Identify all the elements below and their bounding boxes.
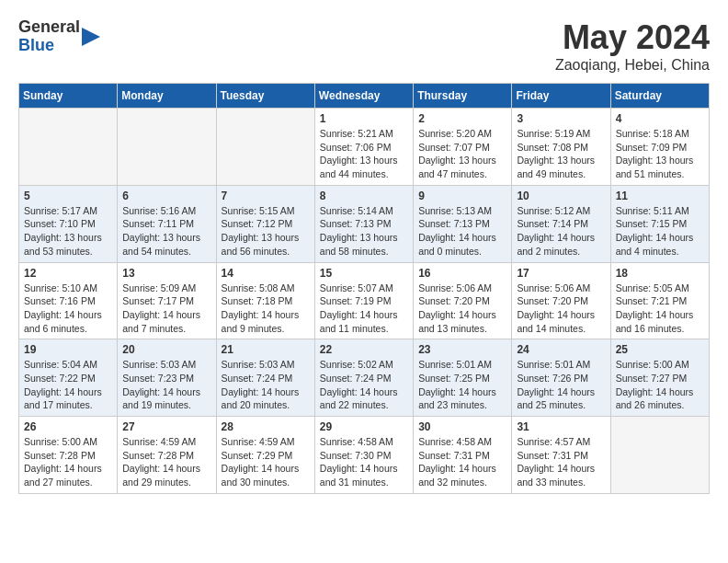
day-number: 18 xyxy=(616,267,704,280)
day-info: Sunrise: 4:58 AM Sunset: 7:31 PM Dayligh… xyxy=(418,435,506,489)
calendar-day-cell: 27Sunrise: 4:59 AM Sunset: 7:28 PM Dayli… xyxy=(118,417,216,494)
logo: General Blue xyxy=(18,18,100,55)
day-info: Sunrise: 5:18 AM Sunset: 7:09 PM Dayligh… xyxy=(616,127,704,181)
day-info: Sunrise: 4:58 AM Sunset: 7:30 PM Dayligh… xyxy=(320,435,408,489)
calendar-day-cell: 20Sunrise: 5:03 AM Sunset: 7:23 PM Dayli… xyxy=(118,339,216,417)
day-number: 5 xyxy=(24,190,112,202)
day-info: Sunrise: 5:11 AM Sunset: 7:15 PM Dayligh… xyxy=(616,204,704,259)
calendar-week-row: 12Sunrise: 5:10 AM Sunset: 7:16 PM Dayli… xyxy=(19,262,710,339)
calendar-day-cell: 16Sunrise: 5:06 AM Sunset: 7:20 PM Dayli… xyxy=(414,262,512,339)
day-number: 10 xyxy=(517,190,605,202)
calendar-day-cell: 19Sunrise: 5:04 AM Sunset: 7:22 PM Dayli… xyxy=(19,339,118,417)
calendar-day-cell: 12Sunrise: 5:10 AM Sunset: 7:16 PM Dayli… xyxy=(19,262,118,339)
day-number: 19 xyxy=(24,343,112,356)
calendar-day-cell xyxy=(118,109,216,186)
calendar-day-cell: 6Sunrise: 5:16 AM Sunset: 7:11 PM Daylig… xyxy=(118,185,216,262)
day-number: 1 xyxy=(320,112,408,125)
calendar-day-cell: 13Sunrise: 5:09 AM Sunset: 7:17 PM Dayli… xyxy=(118,262,216,339)
day-number: 13 xyxy=(122,267,210,280)
calendar-week-row: 1Sunrise: 5:21 AM Sunset: 7:06 PM Daylig… xyxy=(19,109,710,186)
calendar-day-cell: 30Sunrise: 4:58 AM Sunset: 7:31 PM Dayli… xyxy=(414,417,512,494)
day-info: Sunrise: 5:12 AM Sunset: 7:14 PM Dayligh… xyxy=(517,204,605,259)
calendar-day-cell: 3Sunrise: 5:19 AM Sunset: 7:08 PM Daylig… xyxy=(512,109,610,186)
calendar-day-cell: 9Sunrise: 5:13 AM Sunset: 7:13 PM Daylig… xyxy=(414,185,512,262)
day-info: Sunrise: 5:10 AM Sunset: 7:16 PM Dayligh… xyxy=(24,282,112,336)
day-number: 15 xyxy=(320,267,408,280)
day-number: 31 xyxy=(517,420,605,433)
day-info: Sunrise: 5:00 AM Sunset: 7:28 PM Dayligh… xyxy=(24,435,112,489)
header-tuesday: Tuesday xyxy=(216,84,314,109)
calendar-day-cell: 31Sunrise: 4:57 AM Sunset: 7:31 PM Dayli… xyxy=(512,417,610,494)
header-monday: Monday xyxy=(118,84,216,109)
calendar-table: Sunday Monday Tuesday Wednesday Thursday… xyxy=(18,83,710,494)
day-info: Sunrise: 5:09 AM Sunset: 7:17 PM Dayligh… xyxy=(122,282,210,336)
calendar-day-cell: 4Sunrise: 5:18 AM Sunset: 7:09 PM Daylig… xyxy=(610,109,709,186)
header: General Blue May 2024 Zaoqiang, Hebei, C… xyxy=(18,18,710,74)
calendar-day-cell xyxy=(216,109,314,186)
calendar-day-cell: 21Sunrise: 5:03 AM Sunset: 7:24 PM Dayli… xyxy=(216,339,314,417)
day-info: Sunrise: 5:15 AM Sunset: 7:12 PM Dayligh… xyxy=(222,204,310,259)
header-friday: Friday xyxy=(512,84,610,109)
day-number: 16 xyxy=(418,267,506,280)
calendar-day-cell: 10Sunrise: 5:12 AM Sunset: 7:14 PM Dayli… xyxy=(512,185,610,262)
day-number: 4 xyxy=(616,112,704,125)
logo-general: General xyxy=(18,18,80,37)
title-section: May 2024 Zaoqiang, Hebei, China xyxy=(555,18,710,74)
day-number: 9 xyxy=(418,190,506,202)
calendar-day-cell: 17Sunrise: 5:06 AM Sunset: 7:20 PM Dayli… xyxy=(512,262,610,339)
day-info: Sunrise: 5:01 AM Sunset: 7:25 PM Dayligh… xyxy=(418,358,506,412)
calendar-day-cell: 24Sunrise: 5:01 AM Sunset: 7:26 PM Dayli… xyxy=(512,339,610,417)
day-number: 25 xyxy=(616,343,704,356)
calendar-day-cell: 5Sunrise: 5:17 AM Sunset: 7:10 PM Daylig… xyxy=(19,185,118,262)
header-wednesday: Wednesday xyxy=(314,84,413,109)
day-info: Sunrise: 5:03 AM Sunset: 7:24 PM Dayligh… xyxy=(222,358,310,412)
calendar-day-cell: 8Sunrise: 5:14 AM Sunset: 7:13 PM Daylig… xyxy=(314,185,413,262)
svg-marker-0 xyxy=(82,28,100,46)
calendar-day-cell: 2Sunrise: 5:20 AM Sunset: 7:07 PM Daylig… xyxy=(414,109,512,186)
month-year-title: May 2024 xyxy=(555,18,710,57)
calendar-day-cell: 14Sunrise: 5:08 AM Sunset: 7:18 PM Dayli… xyxy=(216,262,314,339)
day-info: Sunrise: 5:17 AM Sunset: 7:10 PM Dayligh… xyxy=(24,204,112,259)
calendar-day-cell: 28Sunrise: 4:59 AM Sunset: 7:29 PM Dayli… xyxy=(216,417,314,494)
day-number: 27 xyxy=(122,420,210,433)
calendar-day-cell xyxy=(19,109,118,186)
calendar-day-cell: 11Sunrise: 5:11 AM Sunset: 7:15 PM Dayli… xyxy=(610,185,709,262)
calendar-week-row: 5Sunrise: 5:17 AM Sunset: 7:10 PM Daylig… xyxy=(19,185,710,262)
day-number: 29 xyxy=(320,420,408,433)
calendar-week-row: 19Sunrise: 5:04 AM Sunset: 7:22 PM Dayli… xyxy=(19,339,710,417)
day-info: Sunrise: 5:07 AM Sunset: 7:19 PM Dayligh… xyxy=(320,282,408,336)
day-info: Sunrise: 4:57 AM Sunset: 7:31 PM Dayligh… xyxy=(517,435,605,489)
day-number: 14 xyxy=(222,267,310,280)
day-info: Sunrise: 4:59 AM Sunset: 7:28 PM Dayligh… xyxy=(122,435,210,489)
calendar-day-cell: 18Sunrise: 5:05 AM Sunset: 7:21 PM Dayli… xyxy=(610,262,709,339)
day-number: 24 xyxy=(517,343,605,356)
calendar-day-cell: 25Sunrise: 5:00 AM Sunset: 7:27 PM Dayli… xyxy=(610,339,709,417)
day-number: 3 xyxy=(517,112,605,125)
day-number: 2 xyxy=(418,112,506,125)
day-info: Sunrise: 5:16 AM Sunset: 7:11 PM Dayligh… xyxy=(122,204,210,259)
calendar-day-cell: 7Sunrise: 5:15 AM Sunset: 7:12 PM Daylig… xyxy=(216,185,314,262)
day-number: 20 xyxy=(122,343,210,356)
calendar-header-row: Sunday Monday Tuesday Wednesday Thursday… xyxy=(19,84,710,109)
day-number: 17 xyxy=(517,267,605,280)
day-number: 8 xyxy=(320,190,408,202)
calendar-week-row: 26Sunrise: 5:00 AM Sunset: 7:28 PM Dayli… xyxy=(19,417,710,494)
day-number: 6 xyxy=(122,190,210,202)
day-number: 23 xyxy=(418,343,506,356)
day-number: 26 xyxy=(24,420,112,433)
calendar-day-cell: 15Sunrise: 5:07 AM Sunset: 7:19 PM Dayli… xyxy=(314,262,413,339)
day-info: Sunrise: 5:14 AM Sunset: 7:13 PM Dayligh… xyxy=(320,204,408,259)
day-info: Sunrise: 4:59 AM Sunset: 7:29 PM Dayligh… xyxy=(222,435,310,489)
day-info: Sunrise: 5:00 AM Sunset: 7:27 PM Dayligh… xyxy=(616,358,704,412)
day-info: Sunrise: 5:01 AM Sunset: 7:26 PM Dayligh… xyxy=(517,358,605,412)
day-number: 30 xyxy=(418,420,506,433)
header-sunday: Sunday xyxy=(19,84,118,109)
day-info: Sunrise: 5:06 AM Sunset: 7:20 PM Dayligh… xyxy=(517,282,605,336)
calendar-day-cell xyxy=(610,417,709,494)
calendar-day-cell: 29Sunrise: 4:58 AM Sunset: 7:30 PM Dayli… xyxy=(314,417,413,494)
calendar-day-cell: 1Sunrise: 5:21 AM Sunset: 7:06 PM Daylig… xyxy=(314,109,413,186)
header-thursday: Thursday xyxy=(414,84,512,109)
day-number: 28 xyxy=(222,420,310,433)
day-info: Sunrise: 5:19 AM Sunset: 7:08 PM Dayligh… xyxy=(517,127,605,181)
day-info: Sunrise: 5:02 AM Sunset: 7:24 PM Dayligh… xyxy=(320,358,408,412)
